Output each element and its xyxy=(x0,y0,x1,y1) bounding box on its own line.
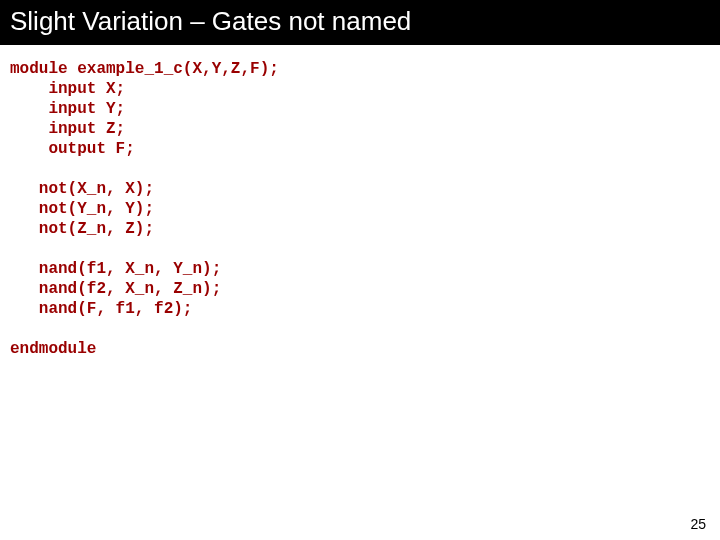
code-block: module example_1_c(X,Y,Z,F); input X; in… xyxy=(0,45,720,359)
page-number: 25 xyxy=(690,516,706,532)
slide-title: Slight Variation – Gates not named xyxy=(0,0,720,45)
